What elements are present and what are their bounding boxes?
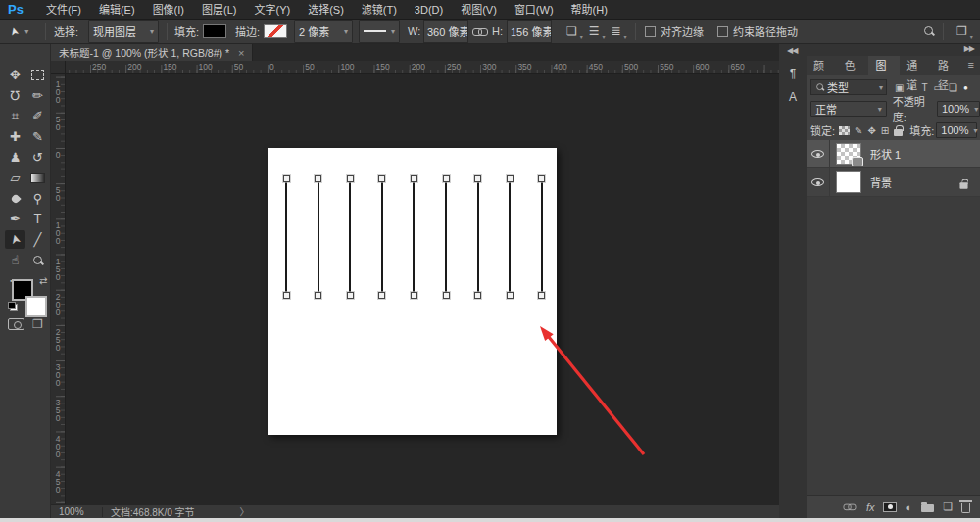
- tool-preset-caret-icon[interactable]: ▾: [24, 27, 28, 36]
- path-selection-tool[interactable]: ➤: [5, 230, 25, 249]
- filter-adjustment-layers-icon[interactable]: ◐: [909, 82, 915, 93]
- canvas[interactable]: [268, 148, 557, 435]
- quick-mask-icon[interactable]: [8, 318, 24, 330]
- zoom-tool[interactable]: [27, 251, 48, 269]
- shape-width-field[interactable]: 360 像素: [423, 20, 468, 43]
- panel-tab-颜色[interactable]: 颜色: [807, 56, 838, 75]
- stroke-width-dropdown[interactable]: 2 像素: [294, 20, 353, 43]
- brush-tool[interactable]: ✎: [27, 127, 48, 146]
- filter-type-layers-icon[interactable]: T: [922, 82, 928, 93]
- lock-transparent-pixels-icon[interactable]: [839, 126, 850, 135]
- delete-layer-icon[interactable]: [961, 500, 970, 513]
- clone-stamp-tool[interactable]: ♟: [5, 148, 25, 166]
- default-colors-icon[interactable]: [8, 302, 18, 311]
- panel-menu-icon[interactable]: ≡: [962, 56, 980, 75]
- pen-tool[interactable]: ✒: [5, 210, 25, 228]
- filter-smart-objects-icon[interactable]: ❏: [949, 82, 957, 93]
- new-layer-icon[interactable]: ❏: [943, 500, 953, 513]
- collapse-panels-icon[interactable]: ▶▶: [964, 44, 974, 53]
- menu-item-编辑E[interactable]: 编辑(E): [90, 4, 144, 16]
- menu-item-文件F[interactable]: 文件(F): [37, 4, 90, 16]
- panel-tab-通道[interactable]: 通道: [900, 56, 931, 75]
- background-color-swatch[interactable]: [25, 296, 47, 317]
- screen-mode-icon[interactable]: ❐: [32, 317, 43, 331]
- vertical-ruler[interactable]: 10050050100150200250300350400450: [51, 74, 66, 504]
- constrain-path-drag-checkbox[interactable]: 约束路径拖动: [717, 20, 798, 43]
- blend-mode-dropdown[interactable]: 正常: [810, 101, 887, 117]
- layer-visibility-toggle[interactable]: [807, 168, 830, 197]
- fill-swatch[interactable]: [203, 24, 226, 38]
- character-panel-icon[interactable]: A: [783, 87, 803, 107]
- current-tool-icon[interactable]: ➤: [7, 25, 22, 37]
- menu-item-图像I[interactable]: 图像(I): [144, 4, 193, 16]
- select-mode-dropdown[interactable]: 现用图层: [88, 20, 159, 43]
- constrain-path-drag-box[interactable]: [717, 26, 728, 37]
- opacity-dropdown[interactable]: 100%: [937, 101, 980, 117]
- path-arrange-icon[interactable]: ≣: [612, 24, 621, 38]
- spot-healing-brush-tool[interactable]: ✚: [5, 127, 25, 146]
- layer-row[interactable]: 形状 1: [807, 140, 980, 168]
- dodge-tool[interactable]: ⚲: [27, 189, 48, 208]
- menu-item-视图V[interactable]: 视图(V): [452, 4, 506, 16]
- lock-artboard-icon[interactable]: ⊞: [881, 125, 889, 136]
- align-edges-checkbox[interactable]: 对齐边缘: [645, 20, 704, 43]
- filter-toggle[interactable]: ●: [963, 83, 968, 92]
- panel-tab-色板[interactable]: 色板: [838, 56, 869, 75]
- tab-close-icon[interactable]: ×: [238, 47, 244, 59]
- filter-type-dropdown[interactable]: 类型: [810, 79, 887, 95]
- menu-item-窗口W[interactable]: 窗口(W): [506, 4, 563, 16]
- type-tool[interactable]: T: [27, 210, 48, 228]
- lasso-tool[interactable]: ℧: [5, 86, 25, 105]
- menu-item-帮助H[interactable]: 帮助(H): [563, 4, 616, 16]
- history-brush-tool[interactable]: ↺: [27, 148, 48, 166]
- gradient-tool[interactable]: [27, 168, 48, 187]
- document-tab[interactable]: 未标题-1 @ 100% (形状 1, RGB/8#) * ×: [51, 44, 253, 61]
- align-edges-box[interactable]: [645, 26, 656, 37]
- horizontal-ruler[interactable]: 2502001501005005010015020025030035040045…: [66, 61, 779, 74]
- lock-image-pixels-icon[interactable]: ✎: [855, 125, 862, 136]
- lock-all-icon[interactable]: [894, 129, 903, 136]
- menu-item-图层L[interactable]: 图层(L): [193, 4, 245, 16]
- hand-tool[interactable]: ☝: [5, 251, 25, 269]
- link-layers-icon[interactable]: [842, 502, 858, 511]
- layer-style-icon[interactable]: fx: [866, 501, 875, 513]
- swap-colors-icon[interactable]: ⇄: [39, 275, 47, 286]
- zoom-level-field[interactable]: 100%: [59, 506, 94, 517]
- status-expand-icon[interactable]: 〉: [240, 504, 250, 519]
- panel-tab-路径[interactable]: 路径: [931, 56, 962, 75]
- quick-selection-tool[interactable]: ✏: [27, 86, 48, 105]
- path-operations-icon[interactable]: ❏: [566, 24, 577, 38]
- blur-tool[interactable]: [5, 189, 25, 208]
- filter-pixel-layers-icon[interactable]: ▣: [895, 82, 904, 93]
- search-icon[interactable]: [923, 25, 935, 37]
- layer-thumbnail[interactable]: [836, 143, 861, 165]
- link-wh-icon[interactable]: [472, 27, 488, 36]
- menu-item-滤镜T[interactable]: 滤镜(T): [353, 4, 406, 16]
- menu-item-选择S[interactable]: 选择(S): [299, 4, 353, 16]
- canvas-viewport[interactable]: [66, 74, 779, 504]
- stroke-style-dropdown[interactable]: [359, 20, 400, 43]
- paragraph-panel-icon[interactable]: ¶: [783, 64, 803, 83]
- lock-position-icon[interactable]: ✥: [867, 125, 875, 136]
- fill-opacity-dropdown[interactable]: 100%: [936, 122, 977, 138]
- eyedropper-tool[interactable]: ✐: [27, 107, 48, 125]
- eraser-tool[interactable]: ▱: [5, 168, 25, 187]
- rectangular-marquee-tool[interactable]: [27, 66, 48, 84]
- menu-item-3DD[interactable]: 3D(D): [406, 4, 452, 16]
- filter-shape-layers-icon[interactable]: ▭: [934, 82, 943, 93]
- expand-panels-icon[interactable]: ◀◀: [787, 46, 797, 55]
- menu-item-文字Y[interactable]: 文字(Y): [245, 4, 299, 16]
- shape-height-field[interactable]: 156 像素: [507, 20, 552, 43]
- layer-mask-icon[interactable]: [883, 502, 897, 512]
- stroke-swatch[interactable]: [264, 24, 287, 38]
- move-tool[interactable]: ✥: [5, 66, 25, 84]
- path-alignment-icon[interactable]: ☰: [589, 24, 600, 38]
- workspace-icon[interactable]: ❐: [956, 24, 967, 38]
- adjustment-layer-icon[interactable]: ◐: [906, 501, 912, 513]
- layer-visibility-toggle[interactable]: [807, 140, 830, 168]
- layer-group-icon[interactable]: [921, 501, 934, 512]
- panel-tab-图层[interactable]: 图层: [868, 56, 900, 75]
- layer-row[interactable]: 背景: [807, 168, 980, 197]
- layer-thumbnail[interactable]: [836, 171, 861, 193]
- line-tool[interactable]: ╱: [27, 230, 48, 249]
